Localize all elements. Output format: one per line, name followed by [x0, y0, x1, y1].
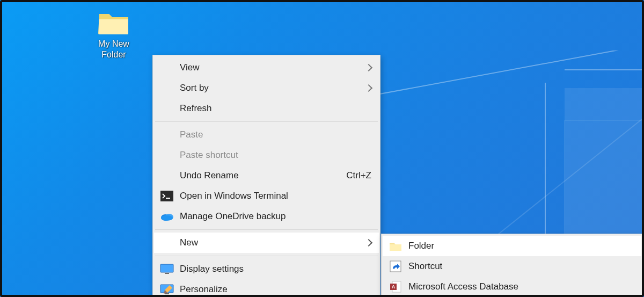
- menu-label: Open in Windows Terminal: [180, 191, 288, 201]
- menu-item-display-settings[interactable]: Display settings: [154, 259, 379, 279]
- menu-label: Shortcut: [408, 261, 442, 272]
- svg-rect-2: [160, 191, 173, 201]
- menu-label: Folder: [408, 241, 434, 251]
- folder-icon: [98, 10, 129, 35]
- menu-item-personalize[interactable]: Personalize: [154, 279, 379, 297]
- svg-point-6: [161, 215, 173, 221]
- submenu-item-access-database[interactable]: A Microsoft Access Database: [383, 277, 641, 297]
- terminal-icon: [160, 190, 174, 202]
- new-submenu: Folder Shortcut A Microsoft Access Datab…: [381, 234, 643, 297]
- menu-item-new[interactable]: New: [154, 233, 379, 253]
- display-icon: [160, 263, 174, 275]
- menu-item-sort-by[interactable]: Sort by: [154, 78, 379, 98]
- menu-label: Microsoft Access Database: [408, 281, 518, 292]
- menu-label: Refresh: [180, 103, 212, 114]
- shortcut-icon: [389, 260, 402, 272]
- menu-separator: [155, 256, 378, 256]
- desktop-context-menu: View Sort by Refresh Paste Paste shortcu…: [152, 55, 380, 297]
- menu-label: Personalize: [180, 284, 228, 295]
- chevron-right-icon: [365, 239, 372, 247]
- chevron-right-icon: [365, 84, 372, 92]
- access-icon: A: [389, 281, 402, 293]
- menu-label: Paste: [180, 129, 203, 140]
- folder-icon: [389, 240, 402, 252]
- menu-item-open-windows-terminal[interactable]: Open in Windows Terminal: [154, 186, 379, 206]
- menu-item-paste: Paste: [154, 125, 379, 145]
- svg-rect-9: [165, 273, 169, 274]
- menu-separator: [155, 229, 378, 230]
- desktop-icon-label: My NewFolder: [88, 39, 140, 60]
- svg-rect-7: [160, 264, 173, 272]
- menu-label: New: [180, 237, 198, 248]
- submenu-item-folder[interactable]: Folder: [383, 236, 641, 256]
- menu-label: Display settings: [180, 264, 244, 274]
- svg-rect-11: [165, 293, 169, 294]
- chevron-right-icon: [365, 64, 372, 71]
- menu-item-paste-shortcut: Paste shortcut: [154, 145, 379, 165]
- menu-item-manage-onedrive-backup[interactable]: Manage OneDrive backup: [154, 206, 379, 227]
- personalize-icon: [160, 284, 174, 295]
- menu-label: View: [180, 62, 200, 73]
- menu-label: Sort by: [180, 83, 209, 93]
- desktop-icon-my-new-folder[interactable]: My NewFolder: [88, 10, 140, 60]
- menu-separator: [155, 121, 378, 122]
- menu-item-view[interactable]: View: [154, 57, 379, 78]
- menu-item-undo-rename[interactable]: Undo Rename Ctrl+Z: [154, 165, 379, 186]
- submenu-item-shortcut[interactable]: Shortcut: [383, 256, 641, 277]
- menu-label: Manage OneDrive backup: [180, 211, 286, 222]
- menu-shortcut: Ctrl+Z: [346, 170, 371, 181]
- menu-item-refresh[interactable]: Refresh: [154, 98, 379, 119]
- svg-text:A: A: [392, 284, 396, 289]
- menu-label: Undo Rename: [180, 170, 239, 181]
- onedrive-icon: [160, 211, 174, 222]
- menu-label: Paste shortcut: [180, 150, 238, 161]
